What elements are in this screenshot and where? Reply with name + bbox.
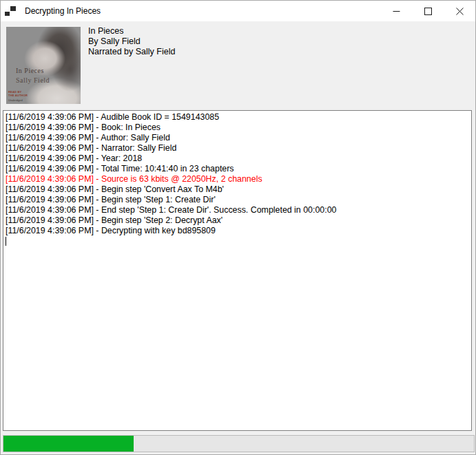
progress-bar-fill: [3, 436, 134, 452]
cover-read-by-badge: READ BY THE AUTHOR: [8, 90, 28, 97]
log-line: [11/6/2019 4:39:06 PM] - Decrypting with…: [6, 226, 469, 236]
log-line: [11/6/2019 4:39:06 PM] - Begin step 'Con…: [6, 184, 469, 195]
close-icon: [456, 8, 464, 15]
minimize-button[interactable]: [380, 1, 412, 21]
app-window: Decrypting In Pieces In Pieces Sally Fie…: [0, 0, 476, 455]
close-button[interactable]: [444, 1, 475, 21]
book-author: By Sally Field: [88, 36, 175, 47]
book-cover-image: In Pieces Sally Field READ BY THE AUTHOR…: [6, 27, 81, 104]
log-line: [11/6/2019 4:39:06 PM] - Source is 63 kb…: [6, 174, 469, 184]
title-bar: Decrypting In Pieces: [1, 1, 475, 21]
cover-title-text: In Pieces: [16, 66, 44, 75]
log-line: [11/6/2019 4:39:06 PM] - Begin step 'Ste…: [6, 195, 469, 205]
minimize-icon: [393, 8, 400, 15]
window-title: Decrypting In Pieces: [25, 6, 101, 16]
cover-unabridged-badge: Unabridged: [8, 98, 23, 102]
book-narrator: Narrated by Sally Field: [88, 47, 175, 57]
log-line: [11/6/2019 4:39:06 PM] - Author: Sally F…: [6, 133, 469, 143]
log-line: [11/6/2019 4:39:06 PM] - Narrator: Sally…: [6, 143, 469, 154]
maximize-icon: [424, 8, 432, 15]
log-textbox[interactable]: [11/6/2019 4:39:06 PM] - Audible Book ID…: [3, 110, 472, 431]
log-line: [11/6/2019 4:39:06 PM] - Begin step 'Ste…: [6, 215, 469, 226]
maximize-button[interactable]: [412, 1, 444, 21]
book-title: In Pieces: [88, 26, 175, 36]
log-line: [11/6/2019 4:39:06 PM] - End step 'Step …: [6, 205, 469, 215]
log-line: [11/6/2019 4:39:06 PM] - Total Time: 10:…: [6, 164, 469, 174]
log-line: [11/6/2019 4:39:06 PM] - Book: In Pieces: [6, 123, 469, 133]
app-icon: [5, 6, 16, 16]
log-line: [11/6/2019 4:39:06 PM] - Audible Book ID…: [6, 112, 469, 123]
progress-bar: [3, 435, 475, 452]
app-icon-small-square: [5, 12, 10, 16]
cover-author-text: Sally Field: [16, 76, 50, 85]
book-info: In Pieces By Sally Field Narrated by Sal…: [88, 26, 175, 57]
log-line: [11/6/2019 4:39:06 PM] - Year: 2018: [6, 154, 469, 164]
caption-buttons: [380, 1, 475, 21]
app-icon-large-square: [9, 6, 16, 12]
text-caret: [6, 237, 6, 246]
